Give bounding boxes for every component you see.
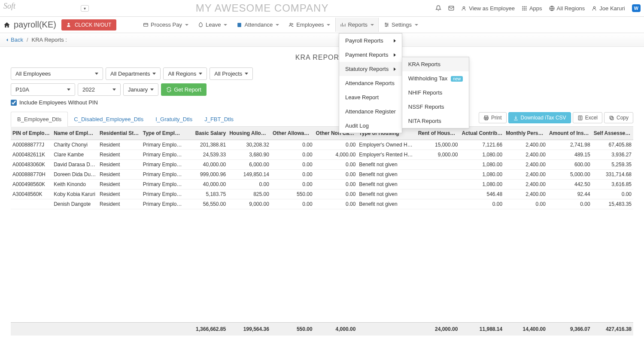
col-header[interactable]: Type of Emplo…: [141, 127, 185, 140]
chevron-down-icon: [245, 73, 248, 75]
submenu-nita-reports[interactable]: NITA Reports: [402, 114, 469, 128]
table-cell: [416, 189, 460, 199]
dropdown-payment-reports[interactable]: Payment Reports: [339, 48, 402, 62]
tab-c-disabled[interactable]: C_Disabled_Employee_Dtls: [68, 112, 149, 126]
table-cell: Benefit not given: [357, 170, 416, 180]
reports-dropdown: Payroll Reports Payment Reports Statutor…: [339, 33, 402, 133]
tab-i-gratuity[interactable]: I_Gratuity_Dtls: [149, 112, 198, 126]
item-label: NITA Reports: [408, 118, 441, 124]
col-header[interactable]: Monthly Perso…: [504, 127, 547, 140]
nav-reports[interactable]: Reports: [335, 18, 379, 32]
table-cell: 0.00: [314, 160, 358, 170]
mail-icon[interactable]: [448, 5, 454, 11]
col-header[interactable]: Basic Salary: [184, 127, 228, 140]
col-header[interactable]: Housing Allow…: [228, 127, 271, 140]
nav-employees[interactable]: Employees: [284, 18, 334, 32]
nav-process-pay[interactable]: Process Pay: [139, 18, 193, 32]
table-row[interactable]: A000888770HDoreen Dida DurushResidentPri…: [11, 170, 633, 180]
chevron-down-icon: [185, 24, 188, 26]
chevron-right-icon: [394, 53, 396, 57]
svg-point-18: [385, 23, 386, 24]
table-cell: 0.00: [228, 180, 271, 189]
submenu-nssf-reports[interactable]: NSSF Reports: [402, 100, 469, 114]
chat-badge[interactable]: W: [632, 4, 641, 12]
table-row[interactable]: Denish DangoteResidentPrimary Employee56…: [11, 199, 633, 209]
total-cell: 4,000.00: [314, 323, 358, 336]
table-cell: Primary Employee: [141, 180, 185, 189]
table-cell: 4,000.00: [314, 150, 358, 160]
col-header[interactable]: Other Allowance: [271, 127, 314, 140]
table-cell: 15,483.35: [592, 199, 633, 209]
table-row[interactable]: A30048560KKoby Kobia KaruriResidentPrima…: [11, 189, 633, 199]
view-as-employee-link[interactable]: View as Employee: [461, 5, 515, 12]
svg-rect-26: [610, 116, 613, 119]
sel-label: All Projects: [214, 70, 242, 77]
employees-select[interactable]: All Employees: [11, 67, 103, 80]
table-cell: 489.15: [547, 150, 592, 160]
include-no-pin-checkbox[interactable]: [11, 100, 17, 106]
year-select[interactable]: 2022: [78, 83, 121, 96]
table-body: A000888777JCharity ChonyiResidentPrimary…: [11, 140, 633, 209]
company-name: MY AWESOME COMPANY: [89, 2, 435, 14]
topbar: Soft ▾ MY AWESOME COMPANY View as Employ…: [0, 0, 644, 17]
dropdown-payroll-reports[interactable]: Payroll Reports: [339, 34, 402, 48]
col-header[interactable]: Amount of Insu…: [547, 127, 592, 140]
home-icon[interactable]: [3, 21, 10, 28]
col-header[interactable]: PIN of Employee: [11, 127, 52, 140]
nav-attendance-label: Attendance: [244, 21, 273, 28]
all-regions-link[interactable]: All Regions: [549, 5, 585, 12]
dropdown-statutory-reports[interactable]: Statutory Reports: [339, 62, 402, 76]
table-cell: 6,000.00: [228, 160, 271, 170]
nav-attendance[interactable]: Attendance: [232, 18, 283, 32]
logo-dropdown[interactable]: ▾: [81, 5, 89, 12]
col-header[interactable]: Name of Emplo…: [52, 127, 98, 140]
sel-label: All Departments: [110, 70, 150, 77]
table-row[interactable]: A000483060KDavid Darasa DigoResidentPrim…: [11, 160, 633, 170]
table-cell: Benefit not given: [357, 199, 416, 209]
projects-select[interactable]: All Projects: [210, 67, 253, 80]
dropdown-leave-report[interactable]: Leave Report: [339, 90, 402, 104]
chevron-right-icon: [394, 39, 396, 43]
nav-leave-label: Leave: [206, 21, 221, 28]
submenu-kra-reports[interactable]: KRA Reports: [402, 57, 469, 71]
clock-in-out-button[interactable]: CLOCK IN/OUT: [61, 19, 116, 31]
copy-button[interactable]: Copy: [604, 112, 633, 123]
tabs-row: B_Employee_Dtls C_Disabled_Employee_Dtls…: [11, 112, 633, 127]
departments-select[interactable]: All Departments: [106, 67, 161, 80]
col-header[interactable]: Actual Contrib…: [459, 127, 504, 140]
col-header[interactable]: Self Assessed …: [592, 127, 633, 140]
col-header[interactable]: Residential Sta…: [98, 127, 141, 140]
table-cell: A000482611K: [11, 150, 52, 160]
back-link[interactable]: Back: [5, 37, 23, 43]
total-cell: [11, 323, 52, 336]
col-header[interactable]: Rent of House/…: [416, 127, 460, 140]
get-report-button[interactable]: Get Report: [161, 83, 207, 96]
submenu-withholding-tax[interactable]: Withholding Tax new: [402, 71, 469, 86]
table-row[interactable]: A000888777JCharity ChonyiResidentPrimary…: [11, 140, 633, 150]
svg-rect-2: [522, 6, 523, 7]
item-label: KRA Reports: [408, 61, 440, 67]
download-itax-button[interactable]: Download iTax CSV: [508, 112, 571, 123]
apps-link[interactable]: Apps: [522, 5, 542, 12]
download-label: Download iTax CSV: [521, 115, 566, 121]
dropdown-attendance-register[interactable]: Attendance Register: [339, 104, 402, 119]
svg-rect-7: [526, 8, 526, 9]
user-menu[interactable]: Joe Karuri: [592, 5, 625, 12]
table-row[interactable]: A000482611KClare KambeResidentPrimary Em…: [11, 150, 633, 160]
table-row[interactable]: A000498560KKeith KinondoResidentPrimary …: [11, 180, 633, 189]
tab-b-employee[interactable]: B_Employee_Dtls: [11, 112, 68, 127]
dropdown-audit-log[interactable]: Audit Log: [339, 119, 402, 133]
print-button[interactable]: Print: [479, 112, 507, 123]
submenu-nhif-reports[interactable]: NHIF Reports: [402, 86, 469, 100]
nav-leave[interactable]: Leave: [194, 18, 231, 32]
item-label: Leave Report: [345, 94, 379, 101]
excel-button[interactable]: Excel: [573, 112, 602, 123]
month-select[interactable]: January: [123, 83, 158, 96]
nav-settings[interactable]: Settings: [380, 18, 422, 32]
form-select[interactable]: P10A: [11, 83, 75, 96]
table-cell: 5,183.75: [184, 189, 228, 199]
tab-j-fbt[interactable]: J_FBT_Dtls: [198, 112, 240, 126]
notifications-icon[interactable]: [435, 5, 441, 11]
regions-select[interactable]: All Regions: [163, 67, 207, 80]
dropdown-attendance-reports[interactable]: Attendance Reports: [339, 76, 402, 90]
